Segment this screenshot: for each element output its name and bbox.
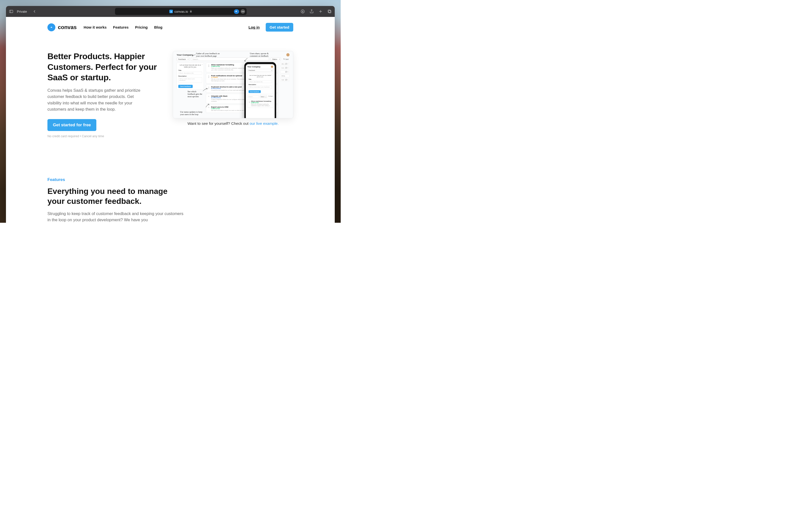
hero-fine-print: No credit card required • Cancel any tim… xyxy=(47,135,163,138)
downloads-icon[interactable] xyxy=(301,9,305,14)
sound-icon[interactable] xyxy=(234,9,239,14)
mock-side-pill: tions are sent as💬 3 xyxy=(280,66,290,69)
avatar xyxy=(271,66,273,68)
hero-screenshot: Gather all your feedback on your own fee… xyxy=(173,51,293,126)
tab-overview-icon[interactable] xyxy=(327,9,332,14)
site-favicon: ▲ xyxy=(169,10,173,13)
mock-side-pill: rally used by tech💬 2 xyxy=(280,62,290,65)
login-link[interactable]: Log in xyxy=(249,25,260,29)
mock-label-title: Title xyxy=(178,70,202,71)
mock-input-desc: Tell us more about your feedback xyxy=(178,77,202,83)
mock-side-pill: dialog xyxy=(280,74,290,77)
upvote-icon: ▲ xyxy=(208,95,209,102)
phone-label-title: Title xyxy=(249,79,272,80)
phone-search: Search… xyxy=(247,95,259,98)
address-bar[interactable]: ▲ convas.io ••• xyxy=(115,8,247,15)
mock-submit: Send feedback xyxy=(178,85,192,88)
mock-sort: ⇅ Sort xyxy=(282,58,290,61)
features-tag: Features xyxy=(47,177,187,182)
logo-mark xyxy=(47,23,55,31)
upvote-icon: ▲2 xyxy=(208,75,209,82)
mock-feedback-form: × Let us know how we can do a better job… xyxy=(176,62,204,90)
hero-title: Better Products. Happier Customers. Perf… xyxy=(47,51,163,83)
nav-pricing[interactable]: Pricing xyxy=(135,25,148,29)
address-bar-domain: convas.io xyxy=(174,10,188,13)
nav-features[interactable]: Features xyxy=(113,25,129,29)
phone-mockup: Your Company Feedback × Let us know how … xyxy=(244,62,276,118)
site-header: convas How it works Features Pricing Blo… xyxy=(47,17,293,31)
svg-rect-0 xyxy=(10,10,13,13)
browser-window: Private ▲ convas.io ••• xyxy=(6,6,335,223)
features-body: Struggling to keep track of customer fee… xyxy=(47,211,187,223)
mock-side-pill: main💬 1 xyxy=(280,78,290,81)
close-icon: × xyxy=(202,64,203,66)
hero-subtitle: Convas helps SaaS & startups gather and … xyxy=(47,87,147,113)
sidebar-toggle-icon[interactable] xyxy=(9,9,13,14)
upvote-icon: ▲1 xyxy=(208,86,209,91)
browser-toolbar: Private ▲ convas.io ••• xyxy=(6,6,335,17)
get-started-free-button[interactable]: Get started for free xyxy=(47,119,96,131)
close-icon: × xyxy=(271,74,272,76)
phone-submit: Send feedback xyxy=(249,90,261,93)
mock-board-select: Feedback xyxy=(176,57,189,61)
mock-label-desc: Description xyxy=(178,75,202,77)
nav-how-it-works[interactable]: How it works xyxy=(84,25,107,29)
phone-input-desc: Tell us more about your feedback xyxy=(249,85,272,89)
phone-form: × Let us know how we can do a better job… xyxy=(247,73,273,94)
svg-rect-8 xyxy=(328,10,331,12)
phone-label-desc: Description xyxy=(249,84,272,85)
nav-blog[interactable]: Blog xyxy=(154,25,162,29)
share-icon[interactable] xyxy=(309,9,314,14)
page-viewport: convas How it works Features Pricing Blo… xyxy=(6,17,335,223)
back-button[interactable] xyxy=(32,9,37,14)
mock-form-hint: Let us know how we can do a better job f… xyxy=(178,64,202,68)
phone-form-hint: Let us know how we can do a better job f… xyxy=(249,74,272,79)
get-started-button[interactable]: Get started xyxy=(266,23,293,31)
phone-card-votes: 3 xyxy=(249,102,249,103)
mock-company-title: Your Company xyxy=(176,54,193,56)
phone-card-title: Allow markdown formatting xyxy=(251,100,272,102)
avatar xyxy=(286,53,290,56)
page-settings-icon[interactable]: ••• xyxy=(241,9,245,14)
phone-status: Status xyxy=(260,95,267,98)
private-browsing-label: Private xyxy=(17,10,27,13)
logo[interactable]: convas xyxy=(47,23,77,31)
mock-side-pill: 💬 3 xyxy=(280,70,290,73)
mock-input-title: Short, descriptive title xyxy=(178,72,202,74)
phone-company: Your Company xyxy=(247,66,260,68)
phone-input-title: Short, descriptive title xyxy=(249,80,272,83)
features-title: Everything you need to manage your custo… xyxy=(47,186,187,206)
lock-icon xyxy=(189,10,192,13)
live-example-link[interactable]: our live example. xyxy=(249,121,279,126)
live-example-text: Want to see for yourself? Check out our … xyxy=(188,121,279,126)
product-mockup: Gather all your feedback on your own fee… xyxy=(173,51,293,118)
phone-board-select: Feedback xyxy=(247,69,273,72)
svg-rect-7 xyxy=(329,11,331,13)
mock-side-column: rally used by tech💬 2tions are sent as💬 … xyxy=(280,62,290,81)
phone-sort: ⇅ Sort xyxy=(268,95,273,98)
mock-search: Search… xyxy=(191,57,269,61)
features-section: Features Everything you need to manage y… xyxy=(47,177,187,223)
new-tab-icon[interactable] xyxy=(318,9,323,14)
mock-status-select: Status xyxy=(271,57,281,61)
logo-text: convas xyxy=(58,24,77,31)
main-nav: How it works Features Pricing Blog xyxy=(84,25,162,29)
phone-card-desc: Have you considered adding the markdown … xyxy=(251,103,272,107)
hero: Better Products. Happier Customers. Perf… xyxy=(47,31,293,138)
upvote-icon: ▲3 xyxy=(208,64,209,71)
